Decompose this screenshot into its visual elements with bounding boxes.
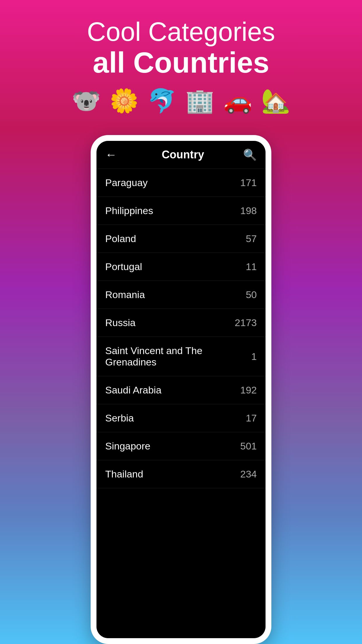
country-row[interactable]: Serbia17 — [96, 404, 266, 432]
country-name: Poland — [105, 233, 136, 244]
country-row[interactable]: Singapore501 — [96, 432, 266, 460]
nav-title: Country — [123, 148, 243, 161]
country-name: Singapore — [105, 440, 150, 452]
country-list: Paraguay171Philippines198Poland57Portuga… — [96, 169, 266, 638]
country-name: Thailand — [105, 468, 143, 480]
house-emoji: 🏡 — [261, 87, 290, 115]
country-row[interactable]: Saint Vincent and The Grenadines1 — [96, 337, 266, 376]
country-name: Romania — [105, 289, 145, 300]
phone-screen: ← Country 🔍 Paraguay171Philippines198Pol… — [96, 141, 266, 638]
country-row[interactable]: Philippines198 — [96, 197, 266, 225]
country-count: 1 — [251, 351, 257, 362]
country-name: Paraguay — [105, 177, 148, 188]
all-countries-title: all Countries — [93, 46, 269, 78]
nav-bar: ← Country 🔍 — [96, 141, 266, 169]
country-row[interactable]: Poland57 — [96, 225, 266, 253]
emoji-row: 🐨 🌼 🐬 🏢 🚗 🏡 — [72, 87, 290, 115]
back-button[interactable]: ← — [105, 148, 117, 161]
country-row[interactable]: Thailand234 — [96, 460, 266, 488]
country-name: Russia — [105, 317, 136, 328]
koala-emoji: 🐨 — [72, 87, 101, 115]
country-name: Philippines — [105, 205, 153, 216]
cool-categories-title: Cool Categories — [87, 18, 275, 46]
country-count: 2173 — [235, 317, 257, 328]
country-row[interactable]: Romania50 — [96, 281, 266, 309]
country-row[interactable]: Portugal11 — [96, 253, 266, 281]
search-icon[interactable]: 🔍 — [243, 148, 257, 161]
country-count: 171 — [240, 177, 257, 188]
country-name: Saint Vincent and The Grenadines — [105, 345, 251, 368]
car-emoji: 🚗 — [223, 87, 252, 115]
country-count: 234 — [240, 468, 257, 480]
country-name: Serbia — [105, 412, 134, 424]
country-count: 50 — [246, 289, 257, 300]
country-count: 11 — [246, 261, 257, 272]
phone-container: ← Country 🔍 Paraguay171Philippines198Pol… — [91, 135, 271, 644]
country-count: 17 — [246, 412, 257, 424]
country-name: Saudi Arabia — [105, 384, 161, 396]
country-row[interactable]: Saudi Arabia192 — [96, 376, 266, 404]
country-count: 198 — [240, 205, 257, 216]
country-row[interactable]: Paraguay171 — [96, 169, 266, 197]
country-count: 57 — [246, 233, 257, 244]
building-emoji: 🏢 — [185, 87, 215, 115]
dolphin-emoji: 🐬 — [147, 87, 177, 115]
flower-emoji: 🌼 — [110, 87, 139, 115]
country-count: 501 — [240, 440, 257, 452]
country-row[interactable]: Russia2173 — [96, 309, 266, 337]
header-section: Cool Categories all Countries 🐨 🌼 🐬 🏢 🚗 … — [0, 0, 362, 135]
country-name: Portugal — [105, 261, 142, 272]
country-count: 192 — [240, 384, 257, 396]
